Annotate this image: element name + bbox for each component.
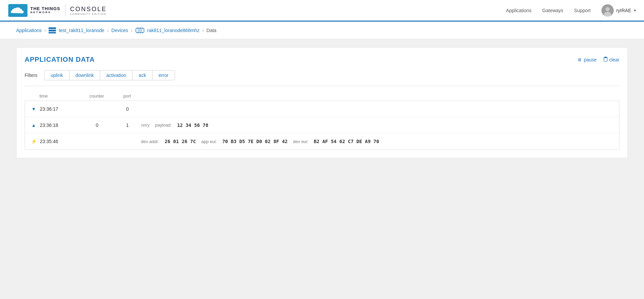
breadcrumb-current: Data	[206, 28, 216, 33]
chevron-down-icon: ▾	[634, 8, 636, 13]
breadcrumb-app-name[interactable]: test_rak811_loranode	[59, 28, 104, 33]
avatar-icon	[602, 4, 614, 17]
app-eui-value: 70 B3 D5 7E D0 02 8F 42	[222, 139, 288, 144]
row-port-2: 1	[114, 123, 141, 128]
svg-rect-19	[604, 58, 607, 61]
pause-button[interactable]: ⏸ pause	[577, 57, 596, 62]
dev-eui-value: B2 AF 54 62 C7 DE A9 70	[314, 139, 379, 144]
topnav: THE THINGS NETWORK CONSOLE COMMUNITY EDI…	[0, 0, 644, 22]
trash-icon	[604, 57, 608, 62]
card-header: APPLICATION DATA ⏸ pause clear	[25, 56, 619, 63]
topnav-right: Applications Gateways Support ryIRAE ▾	[506, 4, 636, 17]
payload-value: 12 34 56 78	[177, 123, 208, 128]
filters-label: Filters	[25, 73, 37, 78]
brand-ttn: THE THINGS	[30, 6, 60, 11]
row-data-2: retry payload: 12 34 56 78	[141, 123, 616, 128]
svg-rect-6	[49, 32, 56, 33]
breadcrumb-device-name[interactable]: rak811_loranode868mhz	[147, 28, 200, 33]
breadcrumb-devices[interactable]: Devices	[111, 28, 128, 33]
data-table: ▼ 23:36:17 0 ▲ 23:36:18 0 1 retry payloa…	[25, 101, 619, 150]
nav-applications-link[interactable]: Applications	[506, 8, 532, 13]
main-content: APPLICATION DATA ⏸ pause clear	[0, 39, 644, 299]
avatar	[602, 4, 614, 17]
col-port: port	[114, 93, 141, 99]
table-header: time counter port	[25, 91, 619, 101]
dev-eui-label: dev eui:	[293, 139, 309, 144]
row-icon-uplink: ▲	[28, 123, 40, 128]
filter-activation[interactable]: activation	[100, 70, 132, 80]
retry-tag: retry	[141, 123, 150, 128]
filter-ack[interactable]: ack	[132, 70, 152, 80]
dev-addr-value: 26 01 26 7C	[165, 139, 196, 144]
device-chip-icon	[135, 27, 145, 33]
stack-icon	[49, 27, 56, 33]
console-text: CONSOLE COMMUNITY EDITION	[70, 6, 107, 15]
user-area[interactable]: ryIRAE ▾	[602, 4, 636, 17]
table-row: ▲ 23:36:18 0 1 retry payload: 12 34 56 7…	[25, 117, 619, 133]
breadcrumb-sep-3: ›	[131, 28, 133, 33]
app-data-card: APPLICATION DATA ⏸ pause clear	[16, 47, 628, 158]
filter-buttons: uplink downlink activation ack error	[44, 70, 175, 80]
filter-uplink[interactable]: uplink	[44, 70, 69, 80]
dev-addr-label: dev addr:	[141, 139, 159, 144]
logo-area: THE THINGS NETWORK	[8, 4, 60, 17]
pause-icon: ⏸	[577, 57, 582, 62]
console-edition: COMMUNITY EDITION	[70, 13, 107, 15]
activation-lightning-icon: ⚡	[31, 139, 37, 144]
filters-row: Filters uplink downlink activation ack e…	[25, 70, 619, 86]
row-icon-activation: ⚡	[28, 139, 40, 144]
breadcrumb-applications[interactable]: Applications	[16, 28, 42, 33]
row-icon-downlink: ▼	[28, 106, 40, 112]
svg-rect-5	[49, 30, 56, 31]
svg-rect-16	[138, 29, 142, 32]
breadcrumb-sep-2: ›	[107, 28, 109, 33]
console-title: CONSOLE	[70, 6, 107, 13]
card-title: APPLICATION DATA	[25, 56, 95, 63]
payload-label: payload:	[155, 123, 172, 128]
svg-point-2	[606, 7, 610, 11]
app-icon	[49, 27, 56, 33]
filter-error[interactable]: error	[152, 70, 175, 80]
breadcrumb-sep-4: ›	[202, 28, 204, 33]
clear-label: clear	[609, 57, 619, 62]
topnav-left: THE THINGS NETWORK CONSOLE COMMUNITY EDI…	[8, 4, 107, 17]
uplink-arrow-icon: ▲	[31, 123, 36, 128]
clear-button[interactable]: clear	[604, 57, 619, 62]
col-time: time	[39, 93, 80, 99]
svg-rect-18	[605, 57, 607, 57]
row-time-1: 23:36:17	[40, 106, 80, 112]
nav-support-link[interactable]: Support	[574, 8, 591, 13]
card-actions: ⏸ pause clear	[577, 57, 619, 62]
app-eui-label: app eui:	[201, 139, 217, 144]
row-port-1: 0	[114, 106, 141, 112]
row-time-2: 23:36:18	[40, 123, 80, 128]
device-icon	[135, 27, 145, 33]
row-data-3: dev addr: 26 01 26 7C app eui: 70 B3 D5 …	[141, 139, 616, 144]
breadcrumb: Applications › test_rak811_loranode › De…	[0, 22, 644, 39]
brand-text: THE THINGS NETWORK	[30, 6, 60, 14]
nav-divider	[65, 4, 65, 17]
nav-gateways-link[interactable]: Gateways	[542, 8, 563, 13]
row-counter-2: 0	[80, 123, 114, 128]
table-row: ⚡ 23:35:46 dev addr: 26 01 26 7C app eui…	[25, 133, 619, 150]
row-time-3: 23:35:46	[40, 139, 80, 144]
svg-rect-4	[49, 27, 56, 29]
username-label: ryIRAE	[616, 8, 631, 13]
breadcrumb-sep-1: ›	[45, 28, 46, 33]
brand-network: NETWORK	[30, 11, 60, 14]
downlink-arrow-icon: ▼	[31, 106, 36, 112]
trash-icon-svg	[604, 57, 608, 61]
filter-downlink[interactable]: downlink	[69, 70, 100, 80]
table-row: ▼ 23:36:17 0	[25, 101, 619, 117]
ttn-logo-icon	[8, 4, 28, 17]
col-counter: counter	[80, 93, 114, 99]
pause-label: pause	[584, 57, 596, 62]
